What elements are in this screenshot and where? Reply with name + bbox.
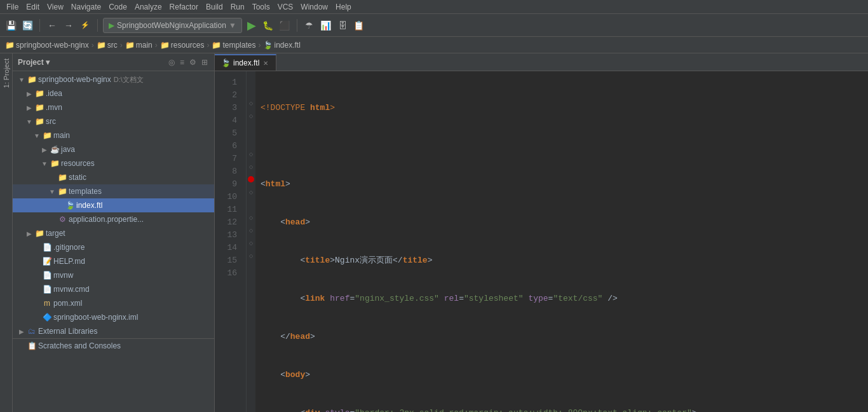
run-config-dropdown[interactable]: ▶ SpringbootWebNginxApplication ▼ [103,18,242,33]
settings-icon[interactable]: ⚙ [188,57,198,68]
breadcrumb-resources[interactable]: 📁 resources [160,41,205,50]
sync-button[interactable]: 🔄 [20,18,34,32]
menu-vcs[interactable]: VCS [274,0,297,14]
forward-button[interactable]: → [62,18,76,32]
db-button[interactable]: 🗄 [336,18,349,32]
breadcrumb-project[interactable]: 📁 springboot-web-nginx [5,41,89,50]
gutter-9 [247,173,255,186]
fold-7[interactable]: ◇ [249,151,253,157]
project-tab-label[interactable]: Project ▾ [18,58,50,67]
menu-window[interactable]: Window [297,0,332,14]
tree-item-mvnw[interactable]: ▶ 📄 mvnw [13,268,214,282]
tab-index-ftl[interactable]: 🍃 index.ftl ✕ [215,54,276,71]
gear-icon[interactable]: ⊞ [200,57,209,68]
tree-item-idea[interactable]: ▶ 📁 .idea [13,86,214,100]
tree-item-resources[interactable]: ▼ 📁 resources [13,156,214,170]
breadcrumb-file-label: index.ftl [274,41,300,50]
menu-build[interactable]: Build [202,0,227,14]
fold-14[interactable]: ◇ [249,240,253,246]
menu-edit[interactable]: Edit [22,0,43,14]
tree-item-root[interactable]: ▼ 📁 springboot-web-nginx D:\文档文 [13,72,214,86]
fold-10[interactable]: ◇ [249,189,253,195]
tree-item-target[interactable]: ▶ 📁 target [13,226,214,240]
toolbar: 💾 🔄 ← → ⚡ ▶ SpringbootWebNginxApplicatio… [0,14,868,37]
ln-5: 5 [215,127,241,140]
breadcrumb-file[interactable]: 🍃 index.ftl [263,41,300,50]
tree-item-src[interactable]: ▼ 📁 src [13,114,214,128]
coverage-button[interactable]: ☂ [302,18,316,32]
breadcrumb-templates-label: templates [222,41,255,50]
breadcrumb-main[interactable]: 📁 main [125,41,153,50]
menu-view[interactable]: View [43,0,67,14]
tree-item-gitignore[interactable]: ▶ 📄 .gitignore [13,240,214,254]
tree-item-java[interactable]: ▶ ☕ java [13,142,214,156]
fold-12[interactable]: ◇ [249,215,253,221]
static-label: static [69,173,86,182]
menu-help[interactable]: Help [332,0,355,14]
ln-4: 4 [215,114,241,127]
code-html-kw: html [310,102,330,114]
tree-item-static[interactable]: ▶ 📁 static [13,170,214,184]
menu-tools[interactable]: Tools [248,0,274,14]
menu-navigate[interactable]: Navigate [67,0,105,14]
tree-item-mvnwcmd[interactable]: ▶ 📄 mvnw.cmd [13,282,214,296]
tree-item-app-props[interactable]: ▶ ⚙ application.propertie... [13,212,214,226]
tab-close-button[interactable]: ✕ [262,59,269,67]
breakpoint-9[interactable] [248,176,254,182]
breadcrumb-project-label: springboot-web-nginx [16,41,89,50]
back-button[interactable]: ← [45,18,59,32]
separator-2 [97,19,98,32]
menu-refactor[interactable]: Refactor [166,0,202,14]
debug-button[interactable]: 🐛 [261,18,275,32]
java-arrow: ▶ [41,146,48,153]
main-label: main [53,131,70,140]
tree-item-ext-libs[interactable]: ▶ 🗂 External Libraries [13,324,214,338]
collapse-icon[interactable]: ≡ [179,57,186,68]
profile-button[interactable]: 📊 [319,18,333,32]
folder-icon-4: 📁 [160,41,170,50]
tree-item-mvn[interactable]: ▶ 📁 .mvn [13,100,214,114]
resources-icon: 📁 [50,158,60,168]
fold-8[interactable]: ◇ [249,164,253,170]
tree-item-scratches[interactable]: ▶ 📋 Scratches and Consoles [13,338,214,352]
vertical-project-tab[interactable]: 1: Project [0,53,13,412]
menu-file[interactable]: File [3,0,22,14]
run-config-arrow: ▼ [229,21,236,30]
breadcrumb-templates[interactable]: 📁 templates [212,41,255,50]
menu-run[interactable]: Run [227,0,248,14]
fold-15[interactable]: ◇ [249,253,253,259]
git-label: .gitignore [53,243,85,252]
tree-item-pomxml[interactable]: ▶ m pom.xml [13,296,214,310]
run-button[interactable]: ▶ [245,18,259,32]
project-tree: ▼ 📁 springboot-web-nginx D:\文档文 ▶ 📁 .ide… [13,71,214,412]
build-button[interactable]: ⚡ [78,18,92,32]
breadcrumb-src-label: src [107,41,118,50]
tree-item-helpmd[interactable]: ▶ 📝 HELP.md [13,254,214,268]
fold-13[interactable]: ◇ [249,228,253,233]
separator-3 [297,19,297,32]
mvnw-icon: 📄 [42,270,52,280]
menu-analyze[interactable]: Analyze [131,0,166,14]
code-content[interactable]: <!DOCTYPE html> <html> <head> <title>Ngi… [255,71,868,412]
menu-code[interactable]: Code [105,0,131,14]
frame-button[interactable]: 📋 [352,18,366,32]
fold-3[interactable]: ◇ [249,100,253,106]
stop-button[interactable]: ⬛ [278,18,292,32]
tree-item-main[interactable]: ▼ 📁 main [13,128,214,142]
code-line-3: <html> [261,178,868,191]
tree-item-index-ftl[interactable]: ▶ 🍃 index.ftl [13,198,214,212]
tree-item-templates[interactable]: ▼ 📁 templates [13,184,214,198]
target-icon: 📁 [34,228,44,238]
project-vertical-label[interactable]: 1: Project [1,56,11,90]
breadcrumb-src[interactable]: 📁 src [97,41,118,50]
md-label: HELP.md [53,257,85,266]
fold-4[interactable]: ◇ [249,113,253,119]
tree-item-iml[interactable]: ▶ 🔷 springboot-web-nginx.iml [13,310,214,324]
locate-icon[interactable]: ◎ [167,57,176,68]
mvnwcmd-icon: 📄 [42,284,52,294]
code-line-4: <head> [261,216,868,229]
templates-icon: 📁 [57,186,67,196]
ln-12: 12 [215,216,241,229]
gutter-14: ◇ [247,237,255,249]
save-button[interactable]: 💾 [4,18,18,32]
